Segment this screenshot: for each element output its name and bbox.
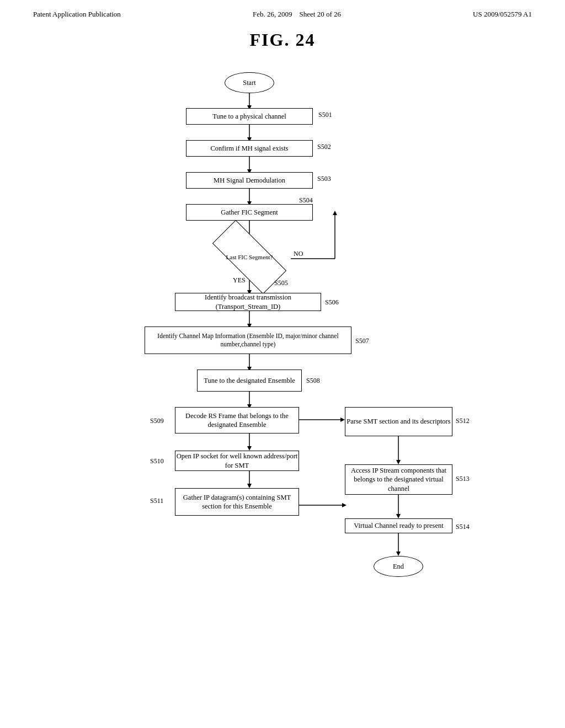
- header-center: Feb. 26, 2009 Sheet 20 of 26: [253, 10, 341, 19]
- figure-title: FIG. 24: [0, 30, 565, 50]
- header-right: US 2009/052579 A1: [473, 10, 532, 19]
- s514-label: S514: [456, 523, 470, 531]
- svg-marker-26: [340, 417, 345, 422]
- s503-node: MH Signal Demodulation: [186, 172, 313, 189]
- svg-marker-30: [396, 514, 401, 518]
- svg-marker-22: [247, 446, 252, 451]
- svg-marker-34: [342, 503, 347, 507]
- s514-node: Virtual Channel ready to present: [345, 518, 452, 533]
- s513-node: Access IP Stream components that belongs…: [345, 464, 452, 495]
- s501-label: S501: [318, 111, 332, 119]
- s505-node: Last FIC Segment?: [208, 235, 291, 279]
- s503-label: S503: [317, 175, 331, 183]
- s506-label: S506: [325, 298, 339, 307]
- s508-node: Tune to the designated Ensemble: [197, 370, 302, 392]
- s507-node: Identify Channel Map Information (Ensemb…: [145, 326, 351, 354]
- s512-node: Parse SMT section and its descriptors: [345, 407, 452, 436]
- s509-label: S509: [150, 417, 164, 425]
- flowchart: Start Tune to a physical channel S501 Co…: [89, 56, 476, 701]
- s511-label: S511: [150, 497, 163, 505]
- s504-node: Gather FIC Segment: [186, 204, 313, 221]
- start-node: Start: [225, 72, 274, 93]
- s510-node: Open IP socket for well known address/po…: [175, 451, 299, 471]
- s504-label: S504: [299, 196, 313, 205]
- s512-label: S512: [456, 417, 470, 425]
- s507-label: S507: [355, 337, 369, 345]
- page-header: Patent Application Publication Feb. 26, …: [0, 0, 565, 19]
- s508-label: S508: [306, 377, 320, 385]
- s513-label: S513: [456, 475, 470, 483]
- svg-marker-24: [247, 484, 252, 488]
- s505-no-label: NO: [294, 250, 303, 258]
- s505-label: S505: [274, 279, 288, 287]
- s505-yes-label: YES: [233, 276, 246, 285]
- end-node: End: [374, 556, 423, 577]
- svg-marker-32: [396, 552, 401, 556]
- svg-marker-28: [396, 460, 401, 464]
- svg-marker-12: [333, 211, 337, 215]
- s502-label: S502: [317, 143, 331, 151]
- s506-node: Identify broadcast transmission (Transpo…: [175, 293, 321, 311]
- header-left: Patent Application Publication: [33, 10, 121, 19]
- s511-node: Gather IP datagram(s) containing SMT sec…: [175, 488, 299, 516]
- s501-node: Tune to a physical channel: [186, 108, 313, 125]
- s509-node: Decode RS Frame that belongs to the desi…: [175, 407, 299, 433]
- s510-label: S510: [150, 457, 164, 465]
- s502-node: Confirm if MH signal exists: [186, 140, 313, 157]
